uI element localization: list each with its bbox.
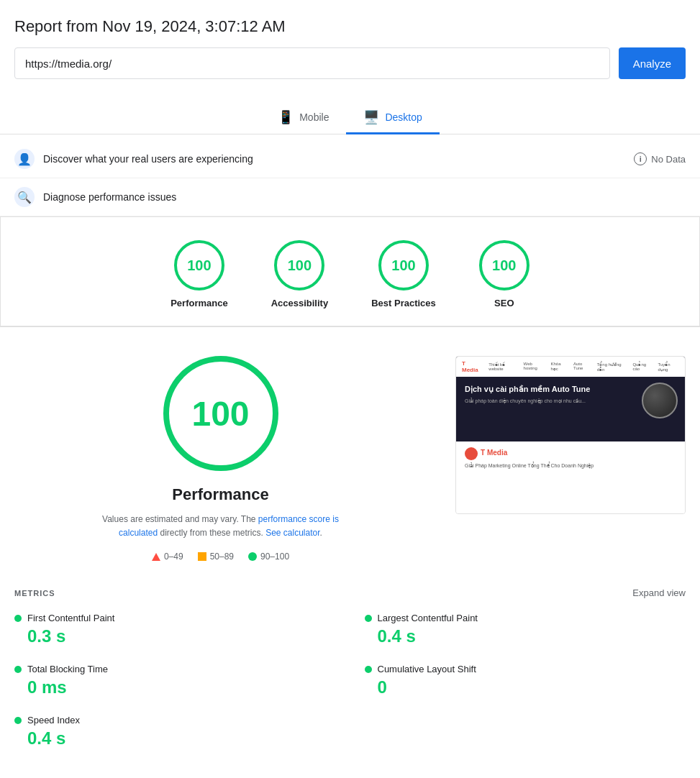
legend-pass: 90–100 xyxy=(248,552,289,562)
score-circle-best-practices: 100 xyxy=(378,240,429,290)
metric-cls-header: Cumulative Layout Shift xyxy=(365,664,686,674)
discover-icon: 👤 xyxy=(14,149,35,169)
mock-tagline: Giải Pháp Marketing Online Tổng Thể Cho … xyxy=(465,463,676,469)
metric-tbt-name: Total Blocking Time xyxy=(27,664,108,674)
metric-fcp-dot xyxy=(14,615,22,622)
performance-title: Performance xyxy=(172,485,269,504)
mock-screenshot: T Media Thiết kế website Web hosting Khó… xyxy=(456,357,685,513)
score-label-seo: SEO xyxy=(494,298,514,308)
score-seo[interactable]: 100 SEO xyxy=(479,240,529,308)
tab-desktop[interactable]: 🖥️ Desktop xyxy=(346,102,439,134)
metric-cls-value: 0 xyxy=(365,677,686,697)
desc-pre: Values are estimated and may vary. The xyxy=(102,514,258,524)
desc-post: . xyxy=(320,528,322,538)
diagnose-icon: 🔍 xyxy=(14,187,35,207)
metric-fcp-value: 0.3 s xyxy=(14,626,336,646)
mock-logo: T Media xyxy=(462,360,481,373)
pass-icon xyxy=(248,552,257,561)
legend-row: 0–49 50–89 90–100 xyxy=(152,552,289,562)
mock-nav: T Media Thiết kế website Web hosting Khó… xyxy=(456,357,685,377)
no-data-label: No Data xyxy=(651,154,686,165)
metrics-grid: First Contentful Paint 0.3 s Largest Con… xyxy=(14,613,686,749)
diagnose-text: Diagnose performance issues xyxy=(43,191,176,203)
mobile-icon: 📱 xyxy=(278,109,294,125)
mock-white-section: T Media Giải Pháp Marketing Online Tổng … xyxy=(456,441,685,492)
diagnose-bar: 🔍 Diagnose performance issues xyxy=(0,178,700,216)
header: Report from Nov 19, 2024, 3:07:12 AM Ana… xyxy=(0,0,700,91)
metrics-title: METRICS xyxy=(14,589,55,598)
url-input[interactable] xyxy=(14,47,610,79)
metric-lcp-header: Largest Contentful Paint xyxy=(365,613,686,623)
big-score-value: 100 xyxy=(191,394,249,434)
score-circle-seo: 100 xyxy=(479,240,529,290)
tab-mobile-label: Mobile xyxy=(299,111,329,123)
score-accessibility[interactable]: 100 Accessibility xyxy=(271,240,329,308)
metrics-section: METRICS Expand view First Contentful Pai… xyxy=(0,576,700,760)
metric-si-value: 0.4 s xyxy=(14,728,336,749)
metric-si-dot xyxy=(14,717,22,724)
mock-brand-text: T Media xyxy=(481,449,507,457)
pass-range: 90–100 xyxy=(260,552,289,562)
score-circle-accessibility: 100 xyxy=(274,240,324,290)
score-value-seo: 100 xyxy=(492,257,516,274)
mock-dark-section: Dịch vụ cài phần mềm Auto Tune Giải pháp… xyxy=(456,377,685,441)
score-value-best-practices: 100 xyxy=(391,257,415,274)
average-range: 50–89 xyxy=(210,552,234,562)
discover-bar: 👤 Discover what your real users are expe… xyxy=(0,140,700,178)
metric-fcp-name: First Contentful Paint xyxy=(27,613,114,623)
discover-text: Discover what your real users are experi… xyxy=(43,153,253,165)
score-label-best-practices: Best Practices xyxy=(371,298,436,308)
score-label-performance: Performance xyxy=(171,298,227,308)
desktop-icon: 🖥️ xyxy=(363,109,379,125)
report-title: Report from Nov 19, 2024, 3:07:12 AM xyxy=(14,17,686,36)
performance-desc: Values are estimated and may vary. The p… xyxy=(91,513,350,540)
legend-average: 50–89 xyxy=(198,552,234,562)
metric-tbt-dot xyxy=(14,666,22,673)
fail-icon xyxy=(152,553,160,561)
tab-mobile[interactable]: 📱 Mobile xyxy=(260,102,346,134)
metric-si: Speed Index 0.4 s xyxy=(14,715,336,749)
scores-row: 100 Performance 100 Accessibility 100 Be… xyxy=(15,240,685,308)
average-icon xyxy=(198,552,206,561)
metrics-header: METRICS Expand view xyxy=(14,587,686,598)
metric-tbt: Total Blocking Time 0 ms xyxy=(14,664,336,697)
metric-tbt-header: Total Blocking Time xyxy=(14,664,336,674)
info-icon[interactable]: i xyxy=(634,152,647,165)
discover-left: 👤 Discover what your real users are expe… xyxy=(14,149,253,169)
score-label-accessibility: Accessibility xyxy=(271,298,329,308)
score-best-practices[interactable]: 100 Best Practices xyxy=(371,240,436,308)
metric-fcp-header: First Contentful Paint xyxy=(14,613,336,623)
metric-si-header: Speed Index xyxy=(14,715,336,726)
screenshot-container: T Media Thiết kế website Web hosting Khó… xyxy=(455,356,686,514)
left-panel: 100 Performance Values are estimated and… xyxy=(14,356,427,562)
legend-fail: 0–49 xyxy=(152,552,183,562)
right-panel: T Media Thiết kế website Web hosting Khó… xyxy=(455,356,686,562)
mock-nav-links: Thiết kế website Web hosting Khóa học Au… xyxy=(488,362,679,372)
metric-fcp: First Contentful Paint 0.3 s xyxy=(14,613,336,646)
url-row: Analyze xyxy=(14,47,686,79)
metric-lcp-value: 0.4 s xyxy=(365,626,686,646)
expand-view-button[interactable]: Expand view xyxy=(632,587,686,598)
metric-lcp-dot xyxy=(365,615,372,622)
desc-mid: directly from these metrics. xyxy=(158,528,265,538)
analyze-button[interactable]: Analyze xyxy=(619,47,686,79)
fail-range: 0–49 xyxy=(164,552,183,562)
metric-tbt-value: 0 ms xyxy=(14,677,336,697)
big-score-circle: 100 xyxy=(163,356,278,471)
tab-desktop-label: Desktop xyxy=(385,111,422,123)
metric-cls-dot xyxy=(365,666,372,673)
metric-si-name: Speed Index xyxy=(27,715,80,726)
see-calculator-link[interactable]: See calculator xyxy=(265,528,319,538)
score-value-performance: 100 xyxy=(187,257,211,274)
tabs-row: 📱 Mobile 🖥️ Desktop xyxy=(0,102,700,134)
metric-lcp: Largest Contentful Paint 0.4 s xyxy=(365,613,686,646)
score-value-accessibility: 100 xyxy=(288,257,312,274)
score-circle-performance: 100 xyxy=(174,240,224,290)
mock-brand-circle xyxy=(465,447,478,460)
score-performance[interactable]: 100 Performance xyxy=(171,240,227,308)
metric-cls: Cumulative Layout Shift 0 xyxy=(365,664,686,697)
main-content: 100 Performance Values are estimated and… xyxy=(0,327,700,576)
scores-section: 100 Performance 100 Accessibility 100 Be… xyxy=(0,216,700,326)
metric-cls-name: Cumulative Layout Shift xyxy=(378,664,476,674)
mock-knob xyxy=(642,383,678,418)
